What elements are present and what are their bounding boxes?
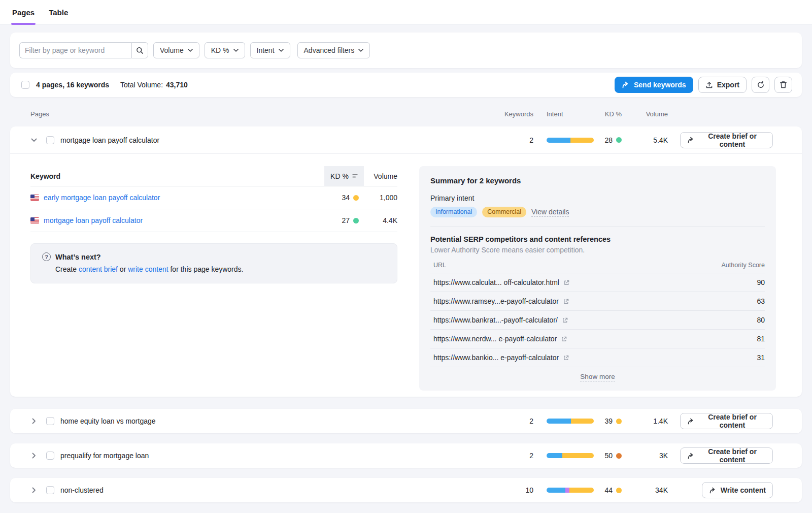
write-content-button[interactable]: Write content (702, 482, 773, 498)
create-brief-or-content-button[interactable]: Create brief or content (680, 447, 773, 464)
expand-chevron-icon[interactable] (28, 485, 40, 496)
competitor-url-link[interactable]: https://www.nerdw... e-payoff-calculator (433, 335, 567, 343)
row-checkbox[interactable] (46, 417, 54, 425)
expand-chevron-icon[interactable] (28, 415, 40, 427)
kd-dot (616, 488, 622, 493)
selection-summary: 4 pages, 16 keywords (36, 81, 109, 89)
write-content-link[interactable]: write content (128, 265, 168, 273)
competitor-row: https://www.bankio... e-payoff-calculato… (430, 348, 765, 367)
intent-badge-commercial: Commercial (482, 207, 526, 217)
tab-pages[interactable]: Pages (11, 8, 36, 24)
search-button[interactable] (131, 42, 148, 58)
keywords-count: 10 (503, 486, 533, 494)
row-action-label: Create brief or content (699, 447, 766, 464)
intent-cell (547, 488, 594, 493)
competitor-url-text: https://www.ramsey...e-payoff-calculator (433, 297, 559, 305)
expand-chevron-icon[interactable] (28, 450, 40, 461)
search-input[interactable] (19, 42, 131, 58)
advanced-filters-dropdown[interactable]: Advanced filters (297, 42, 370, 58)
keyword-link[interactable]: mortgage loan payoff calculator (44, 216, 143, 225)
external-link-icon[interactable] (563, 298, 569, 305)
competitor-row: https://www.nerdw... e-payoff-calculator… (430, 330, 765, 348)
external-link-icon[interactable] (563, 279, 570, 286)
keywords-count: 2 (503, 136, 533, 144)
active-tab-underline (11, 23, 36, 25)
keyword-table-panel: Keyword KD % Volume (30, 166, 397, 391)
kd-value: 34 (342, 194, 350, 202)
row-action: Create brief or content (680, 413, 773, 429)
kd-dot (616, 419, 622, 424)
url-column-header: URL (433, 262, 446, 269)
kd-value: 39 (604, 417, 613, 425)
intent-badges-row: Informational Commercial View details (430, 207, 765, 227)
page-row-main: home equity loan vs mortgage 2 39 1.4K (10, 409, 802, 433)
external-link-icon[interactable] (562, 317, 568, 324)
whats-next-box: ? What’s next? Create content brief or w… (30, 243, 397, 283)
tab-table-label: Table (49, 8, 68, 17)
show-more-link[interactable]: Show more (580, 373, 615, 381)
chevron-down-icon (279, 49, 284, 52)
serp-competitors-title: Potential SERP competitors and content r… (430, 235, 765, 243)
create-brief-or-content-button[interactable]: Create brief or content (680, 413, 773, 429)
view-details-link[interactable]: View details (531, 208, 569, 217)
create-brief-or-content-button[interactable]: Create brief or content (680, 132, 773, 148)
row-checkbox[interactable] (46, 136, 54, 144)
volume-column-header: Volume (364, 166, 397, 186)
collapse-chevron-icon[interactable] (28, 135, 40, 146)
row-action-label: Write content (721, 486, 766, 494)
kd-column-header-sortable[interactable]: KD % (324, 166, 364, 186)
send-arrow-icon (622, 81, 630, 88)
authority-score: 63 (757, 297, 765, 305)
intent-filter-dropdown[interactable]: Intent (250, 42, 290, 58)
column-header-kd: KD % (594, 110, 622, 118)
keyword-cell: early mortgage loan payoff calculator (30, 194, 324, 202)
page-row-mortgage-loan-payoff-calculator: mortgage loan payoff calculator 2 28 5.4… (10, 126, 802, 397)
competitor-url-link[interactable]: https://www.ramsey...e-payoff-calculator (433, 297, 569, 305)
total-volume-value: 43,710 (166, 81, 188, 89)
send-arrow-icon (687, 418, 695, 425)
competitor-url-link[interactable]: https://www.bankrat...-payoff-calculator… (433, 316, 568, 324)
row-checkbox[interactable] (46, 486, 54, 494)
kd-dot (616, 137, 622, 143)
summary-title: Summary for 2 keywords (430, 176, 765, 185)
question-circle-icon: ? (42, 252, 51, 261)
column-header-volume: Volume (622, 110, 668, 118)
page-row-main: non-clustered 10 44 34K Write (10, 478, 802, 502)
column-header-keywords: Keywords (503, 110, 533, 118)
kd-dot (353, 218, 359, 223)
kd-cell: 44 (594, 486, 622, 494)
whats-next-title: What’s next? (55, 253, 101, 261)
delete-button[interactable] (774, 77, 792, 93)
primary-intent-label: Primary intent (430, 194, 765, 202)
view-tabbar: Pages Table (0, 0, 812, 24)
competitor-url-link[interactable]: https://www.calculat... off-calculator.h… (433, 278, 570, 286)
keyword-row: early mortgage loan payoff calculator 34… (30, 186, 397, 209)
toolbar-actions: Send keywords Export (615, 77, 792, 93)
volume-filter-dropdown[interactable]: Volume (153, 42, 199, 58)
external-link-icon[interactable] (563, 355, 569, 361)
refresh-button[interactable] (752, 77, 769, 93)
sort-descending-icon (352, 174, 358, 178)
content-brief-link[interactable]: content brief (79, 265, 118, 273)
send-keywords-button[interactable]: Send keywords (615, 77, 693, 93)
expanded-details: Keyword KD % Volume (10, 154, 802, 397)
intent-bar (547, 419, 594, 424)
external-link-icon[interactable] (561, 336, 567, 342)
tab-table[interactable]: Table (48, 8, 69, 24)
row-checkbox[interactable] (46, 452, 54, 460)
export-button[interactable]: Export (698, 77, 747, 93)
serp-competitors-subtitle: Lower Authority Score means easier compe… (430, 246, 765, 254)
chevron-down-icon (358, 49, 363, 52)
column-header-intent: Intent (547, 110, 594, 118)
row-action: Write content (680, 482, 773, 498)
keyword-table-header: Keyword KD % Volume (30, 166, 397, 186)
keyword-link[interactable]: early mortgage loan payoff calculator (44, 194, 160, 202)
keywords-count: 2 (503, 452, 533, 460)
competitor-url-link[interactable]: https://www.bankio... e-payoff-calculato… (433, 354, 569, 362)
chevron-down-icon (188, 49, 193, 52)
kd-filter-dropdown[interactable]: KD % (205, 42, 245, 58)
select-all-checkbox[interactable] (21, 81, 29, 89)
competitor-row: https://www.ramsey...e-payoff-calculator… (430, 292, 765, 311)
competitor-row: https://www.bankrat...-payoff-calculator… (430, 311, 765, 330)
authority-score: 90 (757, 278, 765, 286)
